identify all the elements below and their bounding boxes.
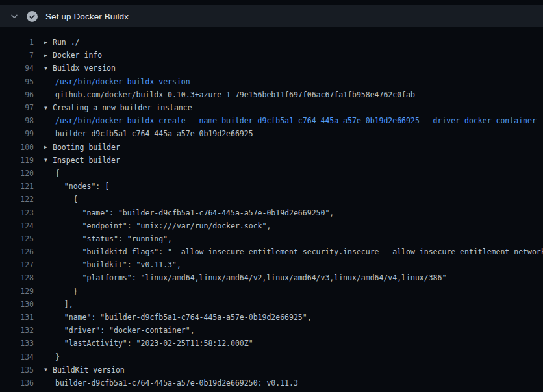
- log-line: 122 {: [0, 193, 543, 206]
- line-number[interactable]: 124: [0, 221, 34, 230]
- log-viewer: 1▶Run ./7▶Docker info94▼Buildx version95…: [0, 27, 543, 392]
- output-text: "driver": "docker-container",: [34, 326, 543, 335]
- step-title: Set up Docker Buildx: [45, 12, 129, 21]
- group-label: Run ./: [53, 38, 80, 47]
- output-text: "buildkit": "v0.11.3",: [34, 260, 543, 269]
- log-line: 121 "nodes": [: [0, 180, 543, 193]
- triangle-down-icon: ▼: [44, 66, 50, 71]
- command-text: /usr/bin/docker buildx create --name bui…: [34, 116, 543, 125]
- log-line: 123 "name": "builder-d9cfb5a1-c764-445a-…: [0, 206, 543, 219]
- output-text: }: [34, 352, 543, 361]
- line-number[interactable]: 98: [0, 116, 34, 125]
- line-number[interactable]: 128: [0, 273, 34, 282]
- output-text: "name": "builder-d9cfb5a1-c764-445a-a57e…: [34, 208, 543, 217]
- line-number[interactable]: 123: [0, 208, 34, 217]
- output-text: "nodes": [: [34, 182, 543, 191]
- group-label: Buildx version: [53, 64, 116, 73]
- log-line: 7▶Docker info: [0, 49, 543, 62]
- log-line: 135▼BuildKit version: [0, 363, 543, 376]
- log-line: 100▶Booting builder: [0, 141, 543, 154]
- line-number[interactable]: 95: [0, 77, 34, 86]
- log-line: 129 }: [0, 285, 543, 298]
- line-number[interactable]: 120: [0, 169, 34, 178]
- log-line: 98/usr/bin/docker buildx create --name b…: [0, 114, 543, 127]
- output-text: builder-d9cfb5a1-c764-445a-a57e-0b19d2e6…: [34, 129, 543, 138]
- line-number[interactable]: 97: [0, 103, 34, 112]
- log-line: 128 "platforms": "linux/amd64,linux/amd6…: [0, 271, 543, 284]
- log-line: 125 "status": "running",: [0, 232, 543, 245]
- group-toggle[interactable]: ▼Inspect builder: [34, 156, 543, 165]
- line-number[interactable]: 96: [0, 90, 34, 99]
- output-text: "platforms": "linux/amd64,linux/amd64/v2…: [34, 273, 543, 282]
- log-line: 134}: [0, 350, 543, 363]
- line-number[interactable]: 136: [0, 378, 34, 387]
- line-number[interactable]: 127: [0, 260, 34, 269]
- output-text: github.com/docker/buildx 0.10.3+azure-1 …: [34, 90, 543, 99]
- step-header[interactable]: Set up Docker Buildx: [0, 5, 543, 27]
- line-number[interactable]: 129: [0, 287, 34, 296]
- line-number[interactable]: 122: [0, 195, 34, 204]
- line-number[interactable]: 1: [0, 38, 34, 47]
- group-toggle[interactable]: ▶Run ./: [34, 38, 543, 47]
- output-text: {: [34, 169, 543, 178]
- group-label: Docker info: [53, 51, 102, 60]
- line-number[interactable]: 119: [0, 156, 34, 165]
- log-line: 131 "name": "builder-d9cfb5a1-c764-445a-…: [0, 311, 543, 324]
- group-toggle[interactable]: ▶Docker info: [34, 51, 543, 60]
- log-line: 97▼Creating a new builder instance: [0, 101, 543, 114]
- group-toggle[interactable]: ▶Booting builder: [34, 143, 543, 152]
- output-text: {: [34, 195, 543, 204]
- output-text: "name": "builder-d9cfb5a1-c764-445a-a57e…: [34, 313, 543, 322]
- triangle-down-icon: ▼: [44, 105, 50, 111]
- triangle-right-icon: ▶: [44, 40, 50, 45]
- triangle-down-icon: ▼: [44, 157, 50, 163]
- line-number[interactable]: 121: [0, 182, 34, 191]
- line-number[interactable]: 132: [0, 326, 34, 335]
- log-line: 126 "buildkitd-flags": "--allow-insecure…: [0, 245, 543, 258]
- output-text: builder-d9cfb5a1-c764-445a-a57e-0b19d2e6…: [34, 378, 543, 387]
- triangle-down-icon: ▼: [44, 367, 50, 373]
- log-line: 136builder-d9cfb5a1-c764-445a-a57e-0b19d…: [0, 376, 543, 389]
- log-line: 124 "endpoint": "unix:///var/run/docker.…: [0, 219, 543, 232]
- line-number[interactable]: 94: [0, 64, 34, 73]
- line-number[interactable]: 135: [0, 365, 34, 374]
- command-text: /usr/bin/docker buildx version: [34, 77, 543, 86]
- log-line: 133 "lastActivity": "2023-02-25T11:58:12…: [0, 337, 543, 350]
- triangle-right-icon: ▶: [44, 144, 50, 150]
- log-line: 94▼Buildx version: [0, 62, 543, 75]
- output-text: }: [34, 287, 543, 296]
- group-toggle[interactable]: ▼BuildKit version: [34, 365, 543, 374]
- log-line: 96github.com/docker/buildx 0.10.3+azure-…: [0, 88, 543, 101]
- check-circle-icon: [27, 11, 38, 22]
- line-number[interactable]: 7: [0, 51, 34, 60]
- line-number[interactable]: 99: [0, 129, 34, 138]
- line-number[interactable]: 126: [0, 247, 34, 256]
- line-number[interactable]: 133: [0, 339, 34, 348]
- log-line: 1▶Run ./: [0, 36, 543, 49]
- chevron-down-icon[interactable]: [9, 11, 19, 21]
- line-number[interactable]: 134: [0, 352, 34, 361]
- output-text: ],: [34, 300, 543, 309]
- line-number[interactable]: 100: [0, 143, 34, 152]
- group-label: Creating a new builder instance: [53, 103, 192, 112]
- output-text: "buildkitd-flags": "--allow-insecure-ent…: [34, 247, 543, 256]
- line-number[interactable]: 130: [0, 300, 34, 309]
- log-line: 120{: [0, 167, 543, 180]
- output-text: "lastActivity": "2023-02-25T11:58:12.000…: [34, 339, 543, 348]
- line-number[interactable]: 131: [0, 313, 34, 322]
- log-line: 119▼Inspect builder: [0, 154, 543, 167]
- group-toggle[interactable]: ▼Buildx version: [34, 64, 543, 73]
- output-text: "endpoint": "unix:///var/run/docker.sock…: [34, 221, 543, 230]
- triangle-right-icon: ▶: [44, 53, 50, 58]
- line-number[interactable]: 125: [0, 234, 34, 243]
- group-toggle[interactable]: ▼Creating a new builder instance: [34, 103, 543, 112]
- output-text: "status": "running",: [34, 234, 543, 243]
- log-line: 132 "driver": "docker-container",: [0, 324, 543, 337]
- group-label: BuildKit version: [53, 365, 125, 374]
- group-label: Inspect builder: [53, 156, 120, 165]
- log-line: 95/usr/bin/docker buildx version: [0, 75, 543, 88]
- log-line: 127 "buildkit": "v0.11.3",: [0, 258, 543, 271]
- group-label: Booting builder: [53, 143, 120, 152]
- log-line: 130 ],: [0, 298, 543, 311]
- log-line: 99builder-d9cfb5a1-c764-445a-a57e-0b19d2…: [0, 127, 543, 140]
